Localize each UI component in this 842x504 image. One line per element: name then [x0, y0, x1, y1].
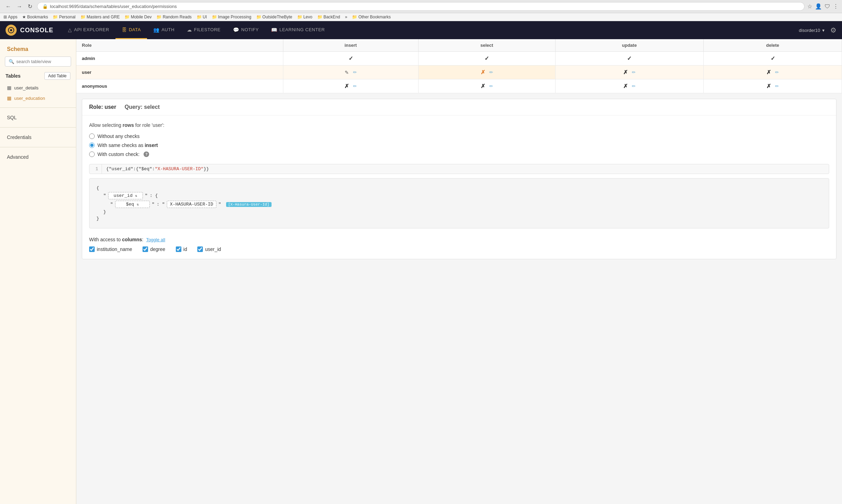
struct-field-user-id[interactable]: user_id ⇅: [108, 192, 143, 199]
folder-icon-mobile: 📁: [124, 15, 130, 19]
bookmark-ui[interactable]: 📁 UI: [197, 15, 207, 19]
table-row-admin: admin ✓ ✓ ✓ ✓: [76, 52, 842, 66]
sidebar-item-user-education[interactable]: ▦ user_education: [0, 93, 76, 103]
edit-icon-update[interactable]: ✏: [632, 70, 636, 75]
anon-insert[interactable]: ✗ ✏: [283, 79, 418, 93]
user-menu[interactable]: disorder10 ▾: [799, 28, 825, 33]
radio-input-custom[interactable]: [89, 151, 95, 157]
tab-auth[interactable]: 👥 AUTH: [147, 21, 181, 39]
tab-learning[interactable]: 📖 LEARNING CENTER: [265, 21, 331, 39]
radio-input-same-checks[interactable]: [89, 142, 95, 148]
edit-icon-anon-select[interactable]: ✏: [489, 84, 493, 89]
bookmark-outside[interactable]: 📁 OutsideTheByte: [256, 15, 292, 19]
detail-role-label: Role: user: [89, 104, 116, 110]
radio-custom-check[interactable]: With custom check: ?: [89, 151, 829, 157]
api-explorer-icon: △: [68, 27, 72, 33]
tab-data[interactable]: 🗄 DATA: [115, 21, 147, 39]
user-update[interactable]: ✗ ✏: [555, 66, 703, 79]
bookmark-apps[interactable]: ⊞ Apps: [3, 15, 17, 19]
sidebar-item-user-details[interactable]: ▦ user_details: [0, 82, 76, 93]
sidebar-link-credentials[interactable]: Credentials: [0, 132, 76, 143]
back-button[interactable]: ←: [3, 2, 13, 10]
xmark-icon-anon-select: ✗: [481, 83, 485, 89]
checkbox-degree[interactable]: [143, 246, 148, 252]
sidebar-link-advanced[interactable]: Advanced: [0, 151, 76, 163]
anon-update[interactable]: ✗ ✏: [555, 79, 703, 93]
struct-quote5: ": [218, 202, 221, 207]
column-institution-name[interactable]: institution_name: [89, 246, 132, 252]
sidebar-divider-3: [0, 147, 76, 147]
role-anonymous: anonymous: [76, 79, 283, 93]
column-id[interactable]: id: [176, 246, 187, 252]
user-insert[interactable]: ✎ ✏: [283, 66, 418, 79]
checkbox-institution-name[interactable]: [89, 246, 95, 252]
column-degree[interactable]: degree: [143, 246, 165, 252]
tab-api-explorer-label: API EXPLORER: [74, 27, 109, 32]
bookmark-personal[interactable]: 📁 Personal: [53, 15, 75, 19]
help-icon[interactable]: ?: [144, 151, 149, 157]
column-user-id[interactable]: user_id: [197, 246, 221, 252]
edit-icon-delete[interactable]: ✏: [775, 70, 779, 75]
radio-same-checks[interactable]: With same checks as insert: [89, 142, 829, 148]
bookmark-backend[interactable]: 📁 BackEnd: [317, 15, 340, 19]
edit-icon-anon-delete[interactable]: ✏: [775, 84, 779, 89]
user-delete[interactable]: ✗ ✏: [704, 66, 842, 79]
tab-api-explorer[interactable]: △ API EXPLORER: [62, 21, 115, 39]
struct-row-close1: }: [103, 209, 822, 215]
edit-icon-anon-update[interactable]: ✏: [632, 84, 636, 89]
folder-icon-random: 📁: [156, 15, 162, 19]
desc-prefix: Allow selecting: [89, 122, 123, 128]
radio-no-checks[interactable]: Without any checks: [89, 133, 829, 139]
star-icon[interactable]: ☆: [807, 3, 812, 10]
struct-field-eq[interactable]: $eq ⇅: [115, 201, 150, 208]
tab-filestore[interactable]: ☁ FILESTORE: [181, 21, 227, 39]
edit-icon-anon-insert[interactable]: ✏: [353, 84, 357, 89]
forward-button[interactable]: →: [15, 2, 24, 10]
columns-label-prefix: With access to columns:: [89, 237, 143, 242]
code-string-part: "X-HASURA-USER-ID": [155, 166, 203, 172]
address-bar[interactable]: 🔒 localhost:9695/data/schema/tables/user…: [37, 2, 805, 11]
detail-query-label: Query: select: [124, 104, 160, 110]
content-area: Role insert select update delete admin ✓: [76, 39, 842, 504]
table-label-user-education: user_education: [14, 96, 45, 101]
line-number: 1: [89, 164, 102, 174]
columns-list: institution_name degree id: [89, 246, 829, 252]
bookmark-mobile[interactable]: 📁 Mobile Dev: [124, 15, 152, 19]
search-input[interactable]: [16, 59, 67, 64]
sidebar-link-sql[interactable]: SQL: [0, 112, 76, 123]
bookmark-other[interactable]: 📁 Other Bookmarks: [352, 15, 390, 19]
radio-input-no-checks[interactable]: [89, 133, 95, 139]
folder-icon-other: 📁: [352, 15, 357, 19]
checkbox-id[interactable]: [176, 246, 181, 252]
bookmark-image[interactable]: 📁 Image Processing: [212, 15, 251, 19]
tab-notify[interactable]: 💬 NOTIFY: [227, 21, 265, 39]
detail-panel: Role: user Query: select Allow selecting…: [82, 99, 836, 259]
bookmark-masters[interactable]: 📁 Masters and GRE: [80, 15, 120, 19]
struct-field-value[interactable]: X-HASURA-USER-ID: [167, 201, 216, 208]
anon-delete[interactable]: ✗ ✏: [704, 79, 842, 93]
folder-icon-image: 📁: [212, 15, 217, 19]
user-avatar-icon[interactable]: 👤: [815, 3, 822, 10]
add-table-button[interactable]: Add Table: [44, 72, 70, 80]
anon-select[interactable]: ✗ ✏: [418, 79, 555, 93]
settings-icon[interactable]: ⚙: [830, 26, 836, 34]
bookmark-bookmarks[interactable]: ★ Bookmarks: [22, 15, 48, 19]
column-label-user-id: user_id: [205, 246, 221, 252]
bookmark-random[interactable]: 📁 Random Reads: [156, 15, 191, 19]
more-icon[interactable]: ⋮: [833, 3, 839, 10]
struct-field-label-value: X-HASURA-USER-ID: [170, 202, 213, 207]
search-box[interactable]: 🔍: [5, 57, 71, 67]
bookmark-levo[interactable]: 📁 Levo: [297, 15, 312, 19]
toggle-all-link[interactable]: Toggle all: [146, 237, 165, 242]
xmark-icon-anon-update: ✗: [623, 83, 628, 89]
bookmark-more[interactable]: »: [345, 15, 347, 19]
edit-icon-insert[interactable]: ✏: [353, 70, 357, 75]
reload-button[interactable]: ↻: [26, 2, 34, 10]
edit-pencil-icon[interactable]: ✎: [345, 70, 349, 75]
extension-icon[interactable]: 🛡: [825, 3, 830, 10]
edit-icon-select[interactable]: ✏: [489, 70, 493, 75]
user-select[interactable]: ✗ ✏: [418, 66, 555, 79]
checkbox-user-id[interactable]: [197, 246, 203, 252]
svg-point-1: [10, 29, 12, 31]
url-text: localhost:9695/data/schema/tables/user_e…: [50, 4, 177, 9]
